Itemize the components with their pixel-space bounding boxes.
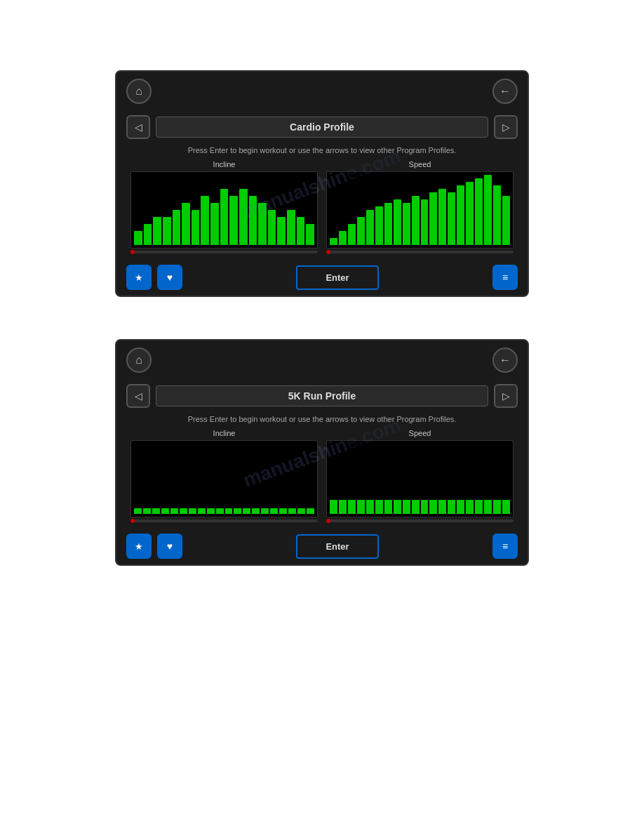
bluetooth-icon-1: ★: [135, 272, 143, 283]
profile-row-2: ◁ 5K Run Profile ▷: [116, 380, 528, 412]
chart-bar: [210, 203, 219, 245]
bottom-left-2: ★ ♥: [126, 534, 182, 559]
chart-bar: [261, 508, 269, 514]
home-icon-2: ⌂: [135, 354, 142, 366]
incline-label-1: Incline: [213, 160, 236, 168]
chart-bar: [466, 500, 474, 514]
chart-bar: [348, 500, 356, 514]
incline-chart-1: Incline: [130, 160, 318, 253]
chart-bar: [375, 206, 383, 245]
bluetooth-button-2[interactable]: ★: [126, 534, 152, 559]
chart-bar: [421, 199, 429, 245]
next-icon-2: ▷: [502, 390, 510, 402]
chart-bar: [180, 508, 187, 514]
chart-bar: [201, 196, 209, 245]
chart-bar: [502, 196, 510, 245]
chart-bar: [493, 500, 501, 514]
bluetooth-button-1[interactable]: ★: [126, 265, 152, 290]
chart-bar: [243, 508, 250, 514]
chart-bar: [384, 500, 392, 514]
incline-progress-1: [130, 251, 318, 253]
chart-bar: [457, 500, 464, 514]
chart-bar: [258, 203, 267, 245]
back-button-1[interactable]: ←: [492, 79, 518, 104]
heart-button-2[interactable]: ♥: [157, 534, 182, 559]
speed-label-2: Speed: [409, 429, 431, 437]
chart-bar: [484, 500, 492, 514]
page-wrapper: manualshine.com ⌂ ← ◁ Cardio Profile ▷ P…: [0, 0, 644, 834]
chart-bar: [438, 189, 446, 245]
profile-title-2: 5K Run Profile: [156, 385, 488, 406]
chart-bar: [268, 210, 276, 245]
instruction-text-1: Press Enter to begin workout or use the …: [116, 143, 528, 157]
chart-bar: [421, 500, 429, 514]
top-bar-1: ⌂ ←: [116, 72, 528, 111]
menu-button-1[interactable]: ≡: [492, 265, 518, 290]
speed-chart-box-2: [326, 440, 514, 517]
chart-bar: [134, 231, 142, 245]
chart-bar: [339, 500, 347, 514]
bluetooth-icon-2: ★: [135, 541, 143, 552]
chart-bar: [252, 508, 260, 514]
chart-bar: [288, 508, 296, 514]
speed-label-1: Speed: [409, 160, 431, 168]
chart-bar: [207, 508, 215, 514]
chart-bar: [307, 508, 314, 514]
home-button-1[interactable]: ⌂: [126, 79, 152, 104]
chart-bar: [189, 508, 196, 514]
chart-bar: [348, 224, 356, 245]
next-profile-button-2[interactable]: ▷: [494, 384, 518, 408]
heart-icon-1: ♥: [167, 272, 173, 283]
prev-profile-button-1[interactable]: ◁: [126, 115, 150, 139]
profile-title-1: Cardio Profile: [156, 117, 488, 138]
chart-bar: [192, 210, 200, 245]
incline-chart-box-2: [130, 440, 318, 517]
back-button-2[interactable]: ←: [492, 348, 518, 373]
chart-bar: [134, 508, 142, 514]
chart-bar: [339, 231, 347, 245]
menu-icon-2: ≡: [502, 541, 508, 552]
incline-chart-2: Incline: [130, 429, 318, 522]
chart-bar: [330, 238, 337, 245]
enter-button-2[interactable]: Enter: [296, 534, 378, 559]
chart-bar: [394, 500, 401, 514]
speed-chart-2: Speed: [326, 429, 514, 522]
chart-bar: [144, 224, 152, 245]
chart-bar: [375, 500, 383, 514]
chart-bar: [357, 217, 365, 245]
heart-icon-2: ♥: [167, 541, 173, 552]
speed-progress-2: [326, 519, 514, 522]
prev-profile-button-2[interactable]: ◁: [126, 384, 150, 408]
prev-icon-2: ◁: [135, 390, 142, 402]
chart-bar: [448, 500, 455, 514]
enter-button-1[interactable]: Enter: [296, 265, 378, 290]
charts-section-1: Incline Speed: [116, 157, 528, 259]
chart-bar: [403, 203, 410, 245]
incline-progress-2: [130, 519, 318, 522]
chart-bar: [429, 192, 437, 245]
heart-button-1[interactable]: ♥: [157, 265, 182, 290]
back-icon-2: ←: [499, 354, 511, 366]
chart-bar: [170, 508, 178, 514]
bottom-bar-2: ★ ♥ Enter ≡: [116, 528, 528, 564]
chart-bar: [306, 224, 314, 245]
home-button-2[interactable]: ⌂: [126, 348, 152, 373]
chart-bar: [357, 500, 365, 514]
bottom-bar-1: ★ ♥ Enter ≡: [116, 259, 528, 296]
chart-bar: [429, 500, 437, 514]
chart-bar: [475, 500, 483, 514]
chart-bar: [366, 210, 374, 245]
chart-bar: [502, 500, 510, 514]
device-screen-2: manualshine.com ⌂ ← ◁ 5K Run Profile ▷ P…: [115, 339, 529, 566]
home-icon-1: ⌂: [135, 85, 142, 98]
menu-button-2[interactable]: ≡: [492, 534, 518, 559]
chart-bar: [466, 182, 474, 245]
chart-bar: [270, 508, 278, 514]
chart-bar: [234, 508, 241, 514]
chart-bar: [249, 196, 257, 245]
chart-bar: [297, 217, 305, 245]
chart-bar: [173, 210, 181, 245]
incline-label-2: Incline: [213, 429, 236, 437]
device-screen-1: manualshine.com ⌂ ← ◁ Cardio Profile ▷ P…: [115, 70, 529, 297]
next-profile-button-1[interactable]: ▷: [494, 115, 518, 139]
